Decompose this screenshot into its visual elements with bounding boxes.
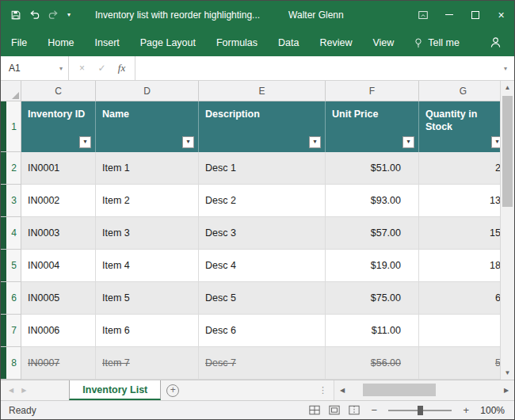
scroll-up-icon[interactable]: ▲ <box>501 81 514 94</box>
tab-page-layout[interactable]: Page Layout <box>130 29 206 56</box>
cell-description[interactable]: Desc 3 <box>199 217 326 250</box>
scroll-down-icon[interactable]: ▼ <box>501 366 514 380</box>
row-header-3[interactable]: 3 <box>1 185 21 217</box>
horizontal-scrollbar-track[interactable] <box>350 380 498 400</box>
zoom-out-button[interactable]: − <box>368 404 380 416</box>
cell-name[interactable]: Item 7 <box>96 347 199 380</box>
save-button[interactable] <box>6 6 25 24</box>
cell-inventory-id[interactable]: IN0004 <box>21 250 96 282</box>
new-sheet-button[interactable]: + <box>161 380 185 400</box>
expand-formula-bar-button[interactable]: ▾ <box>497 56 514 80</box>
cell-description[interactable]: Desc 7 <box>199 347 326 380</box>
row-header-5[interactable]: 5 <box>1 250 21 282</box>
maximize-button[interactable] <box>462 1 488 29</box>
zoom-in-button[interactable]: + <box>460 404 471 416</box>
table-header-name[interactable]: Name ▾ <box>96 101 199 152</box>
tabbar-resize-handle[interactable]: ⋮ <box>312 380 334 400</box>
cell-name[interactable]: Item 4 <box>96 250 199 282</box>
zoom-slider[interactable] <box>388 410 452 411</box>
row-header-1[interactable]: 1 <box>1 101 21 152</box>
tab-home[interactable]: Home <box>37 29 84 56</box>
horizontal-scrollbar-thumb[interactable] <box>363 384 436 396</box>
tab-insert[interactable]: Insert <box>85 29 130 56</box>
page-layout-view-button[interactable] <box>329 405 340 415</box>
tab-formulas[interactable]: Formulas <box>206 29 268 56</box>
cell-unit-price[interactable]: $51.00 <box>326 152 419 185</box>
row-header-6[interactable]: 6 <box>1 282 21 315</box>
previous-sheet-icon[interactable]: ◀ <box>9 387 13 394</box>
next-sheet-icon[interactable]: ▶ <box>21 387 26 394</box>
table-header-unit-price[interactable]: Unit Price ▾ <box>326 101 419 152</box>
column-header-f[interactable]: F <box>326 81 419 101</box>
cell-description[interactable]: Desc 6 <box>199 315 326 347</box>
cell-quantity[interactable]: 13 <box>419 185 500 217</box>
zoom-level[interactable]: 100% <box>480 405 505 416</box>
page-break-view-button[interactable] <box>349 405 360 415</box>
table-header-inventory-id[interactable]: Inventory ID ▾ <box>21 101 96 152</box>
cell-unit-price[interactable]: $57.00 <box>326 217 419 250</box>
account-button[interactable] <box>490 36 502 48</box>
cell-inventory-id[interactable]: IN0005 <box>21 282 96 315</box>
cell-unit-price[interactable]: $93.00 <box>326 185 419 217</box>
confirm-entry-button[interactable]: ✓ <box>92 63 112 74</box>
row-header-7[interactable]: 7 <box>1 315 21 347</box>
cell-quantity[interactable] <box>419 315 500 347</box>
cell-inventory-id[interactable]: IN0002 <box>21 185 96 217</box>
cell-inventory-id[interactable]: IN0007 <box>21 347 96 380</box>
vertical-scrollbar-thumb[interactable] <box>502 96 513 207</box>
column-header-e[interactable]: E <box>199 81 326 101</box>
cell-name[interactable]: Item 6 <box>96 315 199 347</box>
tab-file[interactable]: File <box>1 29 37 56</box>
cell-unit-price[interactable]: $56.00 <box>326 347 419 380</box>
cell-description[interactable]: Desc 1 <box>199 152 326 185</box>
table-header-description[interactable]: Description ▾ <box>199 101 326 152</box>
vertical-scrollbar[interactable]: ▲ ▼ <box>500 81 514 380</box>
select-all-corner[interactable] <box>1 81 21 101</box>
normal-view-button[interactable] <box>309 405 320 415</box>
filter-dropdown-button[interactable]: ▾ <box>491 136 500 148</box>
zoom-slider-thumb[interactable] <box>418 406 423 415</box>
table-header-quantity[interactable]: Quantity in Stock ▾ <box>419 101 500 152</box>
row-header-8[interactable]: 8 <box>1 347 21 380</box>
cell-quantity[interactable]: 5 <box>419 347 500 380</box>
redo-button[interactable] <box>44 6 63 24</box>
column-header-c[interactable]: C <box>21 81 96 101</box>
customize-qat-button[interactable]: ▾ <box>63 11 74 18</box>
filter-dropdown-button[interactable]: ▾ <box>402 136 414 148</box>
tab-view[interactable]: View <box>362 29 404 56</box>
name-box[interactable]: A1 ▾ <box>1 56 69 80</box>
insert-function-button[interactable]: fx <box>112 62 132 74</box>
cancel-entry-button[interactable]: × <box>72 63 92 74</box>
name-box-caret-icon[interactable]: ▾ <box>59 65 68 72</box>
minimize-button[interactable] <box>436 1 462 29</box>
cell-description[interactable]: Desc 2 <box>199 185 326 217</box>
cell-name[interactable]: Item 2 <box>96 185 199 217</box>
horizontal-scrollbar[interactable]: ◀ ▶ <box>334 380 514 400</box>
cell-unit-price[interactable]: $11.00 <box>326 315 419 347</box>
filter-dropdown-button[interactable]: ▾ <box>309 136 321 148</box>
cell-quantity[interactable]: 2 <box>419 152 500 185</box>
tab-data[interactable]: Data <box>268 29 309 56</box>
column-header-g[interactable]: G <box>419 81 500 101</box>
cell-quantity[interactable]: 15 <box>419 217 500 250</box>
filter-dropdown-button[interactable]: ▾ <box>182 136 194 148</box>
cell-description[interactable]: Desc 5 <box>199 282 326 315</box>
cell-description[interactable]: Desc 4 <box>199 250 326 282</box>
cell-name[interactable]: Item 5 <box>96 282 199 315</box>
cell-name[interactable]: Item 3 <box>96 217 199 250</box>
cell-name[interactable]: Item 1 <box>96 152 199 185</box>
scroll-right-icon[interactable]: ▶ <box>498 380 514 400</box>
row-header-4[interactable]: 4 <box>1 217 21 250</box>
tab-review[interactable]: Review <box>309 29 362 56</box>
sheet-tab-inventory-list[interactable]: Inventory List <box>69 380 161 400</box>
close-button[interactable]: × <box>488 1 514 29</box>
tell-me-box[interactable]: Tell me <box>404 37 469 48</box>
cell-inventory-id[interactable]: IN0006 <box>21 315 96 347</box>
filter-dropdown-button[interactable]: ▾ <box>79 136 91 148</box>
row-header-2[interactable]: 2 <box>1 152 21 185</box>
cell-unit-price[interactable]: $75.00 <box>326 282 419 315</box>
scroll-left-icon[interactable]: ◀ <box>334 380 350 400</box>
cell-inventory-id[interactable]: IN0001 <box>21 152 96 185</box>
cell-inventory-id[interactable]: IN0003 <box>21 217 96 250</box>
ribbon-display-options-button[interactable] <box>410 1 436 29</box>
